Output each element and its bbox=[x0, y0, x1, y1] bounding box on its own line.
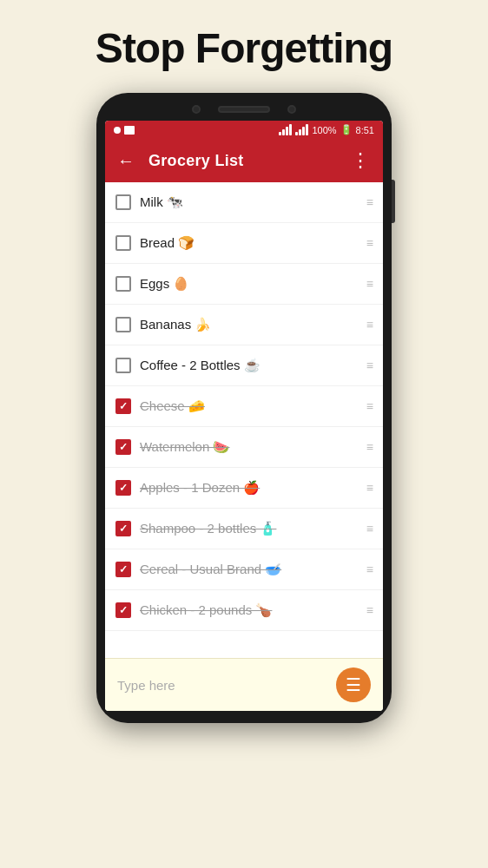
list-item: Cereal - Usual Brand 🥣≡ bbox=[105, 549, 383, 590]
item-checkbox[interactable] bbox=[115, 562, 131, 577]
drag-handle-icon[interactable]: ≡ bbox=[366, 481, 373, 495]
item-label: Apples - 1 Dozen 🍎 bbox=[140, 480, 358, 496]
item-label: Eggs 🥚 bbox=[140, 276, 358, 292]
item-label: Coffee - 2 Bottles ☕ bbox=[140, 358, 358, 373]
item-label: Cheese 🧀 bbox=[140, 398, 358, 414]
grocery-list: Milk 🐄≡Bread 🍞≡Eggs 🥚≡Bananas 🍌≡Coffee -… bbox=[105, 182, 383, 658]
type-input[interactable]: Type here bbox=[117, 678, 336, 693]
status-bar: 100% 🔋 8:51 bbox=[105, 121, 383, 139]
list-item: Milk 🐄≡ bbox=[105, 182, 383, 223]
clock: 8:51 bbox=[356, 125, 374, 135]
speaker bbox=[218, 106, 270, 113]
item-checkbox[interactable] bbox=[115, 439, 131, 455]
bottom-bar: Type here ☰ bbox=[105, 658, 383, 711]
phone-top-bar bbox=[105, 105, 383, 114]
add-item-button[interactable]: ☰ bbox=[336, 667, 371, 702]
volume-button bbox=[392, 180, 395, 223]
list-item: Chicken - 2 pounds 🍗≡ bbox=[105, 590, 383, 631]
item-label: Milk 🐄 bbox=[140, 194, 358, 210]
list-item: Coffee - 2 Bottles ☕≡ bbox=[105, 345, 383, 386]
item-label: Watermelon 🍉 bbox=[140, 439, 358, 455]
list-item: Apples - 1 Dozen 🍎≡ bbox=[105, 468, 383, 509]
item-checkbox[interactable] bbox=[115, 602, 131, 618]
more-button[interactable]: ⋮ bbox=[351, 149, 371, 172]
battery-icon: 🔋 bbox=[340, 124, 353, 135]
phone-screen: 100% 🔋 8:51 ← Grocery List ⋮ Milk 🐄≡Brea… bbox=[105, 121, 383, 711]
add-icon: ☰ bbox=[346, 674, 361, 695]
item-checkbox[interactable] bbox=[115, 276, 131, 292]
item-label: Bread 🍞 bbox=[140, 235, 358, 251]
status-right: 100% 🔋 8:51 bbox=[279, 124, 374, 135]
page-headline: Stop Forgetting bbox=[96, 24, 392, 72]
item-checkbox[interactable] bbox=[115, 358, 131, 373]
status-left bbox=[114, 126, 135, 135]
list-item: Bananas 🍌≡ bbox=[105, 305, 383, 345]
drag-handle-icon[interactable]: ≡ bbox=[366, 440, 373, 454]
battery-percentage: 100% bbox=[312, 125, 336, 135]
item-checkbox[interactable] bbox=[115, 235, 131, 251]
drag-handle-icon[interactable]: ≡ bbox=[366, 358, 373, 372]
list-item: Watermelon 🍉≡ bbox=[105, 427, 383, 468]
item-checkbox[interactable] bbox=[115, 194, 131, 210]
signal-icon bbox=[295, 125, 308, 135]
phone-frame: 100% 🔋 8:51 ← Grocery List ⋮ Milk 🐄≡Brea… bbox=[96, 93, 392, 723]
item-label: Bananas 🍌 bbox=[140, 317, 358, 332]
item-checkbox[interactable] bbox=[115, 398, 131, 414]
item-checkbox[interactable] bbox=[115, 317, 131, 332]
list-item: Shampoo - 2 bottles 🧴≡ bbox=[105, 509, 383, 549]
sim-icon bbox=[124, 126, 135, 135]
drag-handle-icon[interactable]: ≡ bbox=[366, 195, 373, 209]
item-label: Cereal - Usual Brand 🥣 bbox=[140, 562, 358, 577]
list-item: Bread 🍞≡ bbox=[105, 223, 383, 264]
front-camera bbox=[192, 105, 201, 114]
toolbar-title: Grocery List bbox=[148, 152, 351, 170]
sensor bbox=[287, 105, 296, 114]
drag-handle-icon[interactable]: ≡ bbox=[366, 522, 373, 536]
item-label: Chicken - 2 pounds 🍗 bbox=[140, 602, 358, 618]
list-item: Eggs 🥚≡ bbox=[105, 264, 383, 305]
drag-handle-icon[interactable]: ≡ bbox=[366, 399, 373, 413]
item-checkbox[interactable] bbox=[115, 521, 131, 536]
item-checkbox[interactable] bbox=[115, 480, 131, 496]
drag-handle-icon[interactable]: ≡ bbox=[366, 318, 373, 332]
back-button[interactable]: ← bbox=[117, 151, 135, 171]
list-item: Cheese 🧀≡ bbox=[105, 386, 383, 427]
drag-handle-icon[interactable]: ≡ bbox=[366, 236, 373, 250]
wifi-icon bbox=[279, 125, 292, 135]
drag-handle-icon[interactable]: ≡ bbox=[366, 562, 373, 576]
app-toolbar: ← Grocery List ⋮ bbox=[105, 139, 383, 182]
drag-handle-icon[interactable]: ≡ bbox=[366, 603, 373, 617]
drag-handle-icon[interactable]: ≡ bbox=[366, 277, 373, 291]
recording-indicator bbox=[114, 127, 121, 134]
item-label: Shampoo - 2 bottles 🧴 bbox=[140, 521, 358, 536]
